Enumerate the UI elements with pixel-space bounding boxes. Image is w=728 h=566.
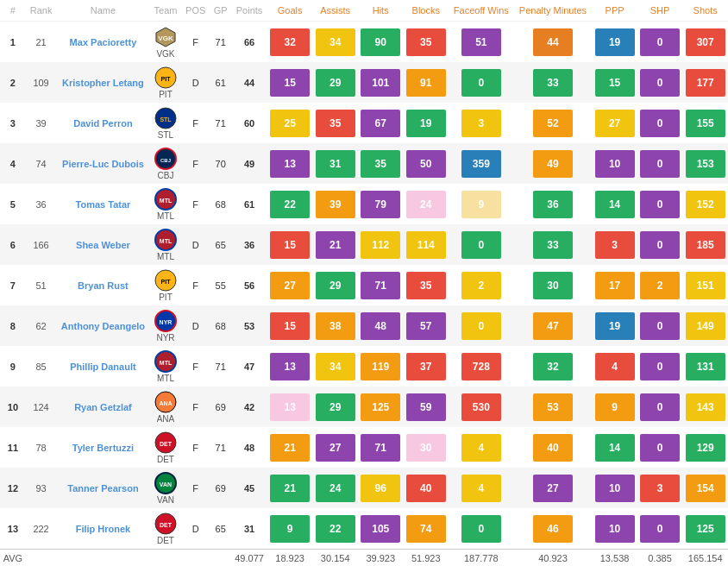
games-played: 68	[210, 305, 231, 346]
rank: 109	[26, 62, 56, 103]
rank: 36	[26, 184, 56, 224]
shots-cell: 151	[682, 265, 728, 305]
assists-cell: 24	[312, 468, 358, 508]
table-row: 13222Filip HronekDETDETD6531922105740461…	[0, 508, 728, 550]
hits-cell: 48	[358, 305, 404, 346]
hits-cell: 96	[358, 468, 404, 508]
player-name[interactable]: Phillip Danault	[56, 346, 149, 387]
shp-cell: 0	[637, 22, 683, 63]
blocks-cell: 59	[403, 387, 449, 427]
player-name[interactable]: David Perron	[56, 103, 149, 143]
assists-cell: 39	[312, 184, 358, 224]
penalty-minutes-cell: 33	[514, 62, 593, 103]
faceoff-wins-cell: 51	[449, 22, 514, 63]
avg-goals: 18.923	[267, 550, 313, 567]
svg-text:VAN: VAN	[160, 481, 172, 487]
rank: 93	[26, 468, 56, 508]
rank-num: 1	[0, 22, 26, 63]
player-name[interactable]: Max Pacioretty	[56, 22, 149, 63]
position: D	[181, 305, 210, 346]
blocks-cell: 57	[403, 305, 449, 346]
column-header-blocks: Blocks	[403, 0, 449, 22]
goals-cell: 15	[267, 224, 313, 265]
rank: 74	[26, 143, 56, 184]
player-name[interactable]: Anthony Deangelo	[56, 305, 149, 346]
shp-cell: 0	[637, 305, 683, 346]
faceoff-wins-cell: 4	[449, 468, 514, 508]
points: 61	[231, 184, 267, 224]
rank: 166	[26, 224, 56, 265]
player-name[interactable]: Filip Hronek	[56, 508, 149, 550]
player-name[interactable]: Pierre-Luc Dubois	[56, 143, 149, 184]
player-name[interactable]: Shea Weber	[56, 224, 149, 265]
team-logo: PITPIT	[150, 265, 182, 305]
avg-faceoff: 187.778	[449, 550, 514, 567]
hits-cell: 90	[358, 22, 404, 63]
games-played: 70	[210, 143, 231, 184]
svg-text:MTL: MTL	[160, 360, 173, 366]
hits-cell: 71	[358, 265, 404, 305]
table-row: 985Phillip DanaultMTLMTLF714713341193772…	[0, 346, 728, 387]
player-name[interactable]: Tomas Tatar	[56, 184, 149, 224]
rank: 222	[26, 508, 56, 550]
shots-cell: 149	[682, 305, 728, 346]
table-row: 474Pierre-Luc DuboisCBJCBJF7049133135503…	[0, 143, 728, 184]
position: F	[181, 468, 210, 508]
rank-num: 2	[0, 62, 26, 103]
avg-hits: 39.923	[358, 550, 404, 567]
shp-cell: 0	[637, 62, 683, 103]
penalty-minutes-cell: 36	[514, 184, 593, 224]
blocks-cell: 24	[403, 184, 449, 224]
avg-row: AVG49.07718.92330.15439.92351.923187.778…	[0, 550, 728, 567]
column-header-faceoff-wins: Faceoff Wins	[449, 0, 514, 22]
team-logo: VGKVGK	[150, 22, 182, 63]
table-row: 751Bryan RustPITPITF55562729713523017215…	[0, 265, 728, 305]
assists-cell: 38	[312, 305, 358, 346]
ppp-cell: 14	[592, 427, 637, 468]
player-name[interactable]: Bryan Rust	[56, 265, 149, 305]
faceoff-wins-cell: 3	[449, 103, 514, 143]
penalty-minutes-cell: 44	[514, 22, 593, 63]
svg-text:ANA: ANA	[159, 400, 172, 406]
penalty-minutes-cell: 52	[514, 103, 593, 143]
team-logo: MTLMTL	[150, 346, 182, 387]
shp-cell: 0	[637, 103, 683, 143]
column-header-name: Name	[56, 0, 149, 22]
penalty-minutes-cell: 46	[514, 508, 593, 550]
shots-cell: 143	[682, 387, 728, 427]
rank: 62	[26, 305, 56, 346]
column-header-ppp: PPP	[592, 0, 637, 22]
ppp-cell: 14	[592, 184, 637, 224]
team-logo: PITPIT	[150, 62, 182, 103]
rank: 21	[26, 22, 56, 63]
player-name[interactable]: Tyler Bertuzzi	[56, 427, 149, 468]
points: 45	[231, 468, 267, 508]
blocks-cell: 35	[403, 22, 449, 63]
shp-cell: 3	[637, 468, 683, 508]
hits-cell: 35	[358, 143, 404, 184]
player-name[interactable]: Tanner Pearson	[56, 468, 149, 508]
player-name[interactable]: Ryan Getzlaf	[56, 387, 149, 427]
shp-cell: 0	[637, 387, 683, 427]
position: F	[181, 184, 210, 224]
stats-table: #RankNameTeamPOSGPPointsGoalsAssistsHits…	[0, 0, 728, 566]
faceoff-wins-cell: 728	[449, 346, 514, 387]
hits-cell: 105	[358, 508, 404, 550]
column-header-shp: SHP	[637, 0, 683, 22]
goals-cell: 22	[267, 184, 313, 224]
player-name[interactable]: Kristopher Letang	[56, 62, 149, 103]
team-logo: STLSTL	[150, 103, 182, 143]
team-logo: DETDET	[150, 427, 182, 468]
assists-cell: 34	[312, 346, 358, 387]
table-row: 2109Kristopher LetangPITPITD614415291019…	[0, 62, 728, 103]
hits-cell: 101	[358, 62, 404, 103]
rank-num: 10	[0, 387, 26, 427]
position: D	[181, 224, 210, 265]
column-header-penalty-minutes: Penalty Minutes	[514, 0, 593, 22]
blocks-cell: 37	[403, 346, 449, 387]
shp-cell: 0	[637, 143, 683, 184]
team-logo: MTLMTL	[150, 184, 182, 224]
goals-cell: 21	[267, 427, 313, 468]
shots-cell: 177	[682, 62, 728, 103]
avg-ppp: 13.538	[592, 550, 637, 567]
